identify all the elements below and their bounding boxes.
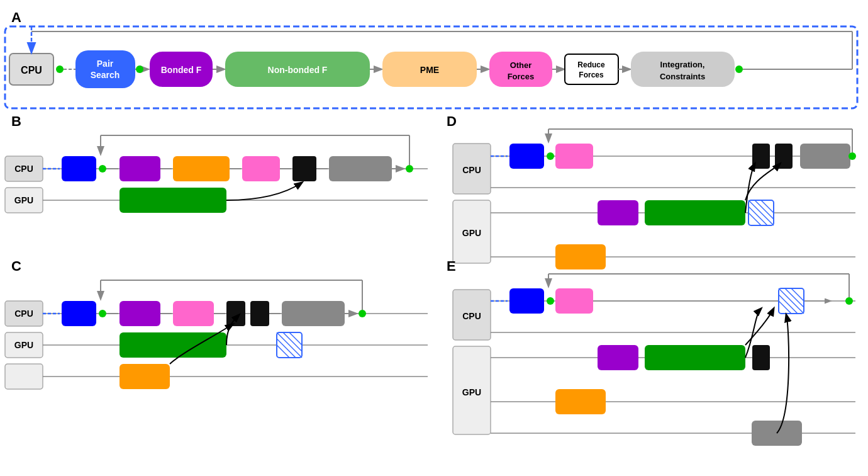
dot-d-end [849, 152, 856, 160]
pair-search-label-a2: Search [91, 70, 120, 80]
integration-box-c [282, 301, 345, 326]
arrow-b-gpu-cpu [226, 183, 302, 200]
gpu-label-b: GPU [14, 195, 33, 205]
panel-a-label: A [11, 9, 21, 25]
arrow-d-gpu2 [745, 164, 780, 200]
other-forces-label-a2: Forces [508, 72, 535, 81]
cpu-label-e: CPU [462, 311, 481, 321]
other-forces-box-d [555, 144, 593, 169]
pme-box-b [173, 156, 230, 181]
reduce-forces-label-a2: Forces [579, 71, 604, 79]
integration-box-d [800, 144, 850, 169]
bonded-f-box-d [598, 200, 638, 225]
nonbonded-f-box-d [645, 200, 745, 225]
panel-e-label: E [447, 258, 456, 274]
gpu-label-c: GPU [14, 340, 33, 350]
pme-box-c [120, 364, 170, 389]
cpu-label-b: CPU [14, 164, 33, 174]
dot-c-1 [99, 310, 106, 317]
pair-search-box-c [62, 301, 96, 326]
pme-box-d [555, 244, 606, 269]
cpu-label-d: CPU [462, 165, 481, 175]
pair-search-box-a [75, 50, 135, 88]
pair-search-label-a: Pair [97, 59, 114, 69]
integration-box-b [329, 156, 392, 181]
bonded-f-box-e [598, 345, 638, 370]
dot-a-end [735, 65, 743, 73]
panel-c-label: C [11, 258, 21, 274]
bonded-f-box-b [120, 156, 160, 181]
nonbonded-f-label-a: Non-bonded F [268, 65, 328, 75]
dot-a-cpu [56, 65, 64, 73]
integration-box-a [631, 52, 735, 87]
dot-e-1 [547, 297, 554, 305]
pair-search-box-e [509, 288, 544, 314]
bonded-f-box-c [120, 301, 160, 326]
nonbonded-f-box-c [120, 332, 226, 358]
pme-box-e [555, 389, 606, 414]
dot-a-ps [136, 65, 143, 73]
arrow-e-gpu2 [745, 309, 774, 345]
other-forces-box-c [173, 301, 214, 326]
nonbonded-f-box-b [120, 188, 226, 213]
dot-c-end [359, 310, 366, 317]
reduce-forces-box-e [752, 345, 770, 370]
other-forces-box-e [555, 288, 593, 314]
reduce-forces-box-a [565, 54, 618, 84]
nonbonded-f-box-e [645, 345, 745, 370]
bonded-f-label-a: Bonded F [161, 65, 202, 75]
cpu-label-a: CPU [21, 65, 42, 76]
pair-search-box-d [509, 144, 544, 169]
reduce-forces-box-c1 [226, 301, 245, 326]
dot-b-end [406, 165, 413, 173]
dot-b-1 [99, 165, 106, 173]
panel-d-label: D [447, 113, 457, 129]
panel-b-label: B [11, 113, 21, 129]
other-forces-box-b [242, 156, 280, 181]
gpu-box-c2 [5, 364, 43, 389]
reduce-forces-box-c2 [250, 301, 269, 326]
dot-d-1 [547, 152, 554, 160]
reduce-forces-box-b [292, 156, 316, 181]
pair-search-box-b [62, 156, 96, 181]
dot-e-end [845, 297, 853, 305]
reduce-forces-label-a1: Reduce [577, 60, 605, 69]
reduce-forces-box-d1 [752, 144, 770, 169]
diagram-container: A CPU Pair Search Bonded F Non-bonded F … [0, 0, 868, 476]
gpu-label-e: GPU [462, 387, 481, 397]
gpu-label-d: GPU [462, 228, 481, 238]
pme-label-a: PME [420, 65, 439, 75]
integration-label-a2: Constraints [660, 72, 705, 81]
cpu-label-c: CPU [14, 309, 33, 319]
other-forces-label-a1: Other [510, 60, 532, 70]
integration-label-a1: Integration, [660, 60, 705, 69]
